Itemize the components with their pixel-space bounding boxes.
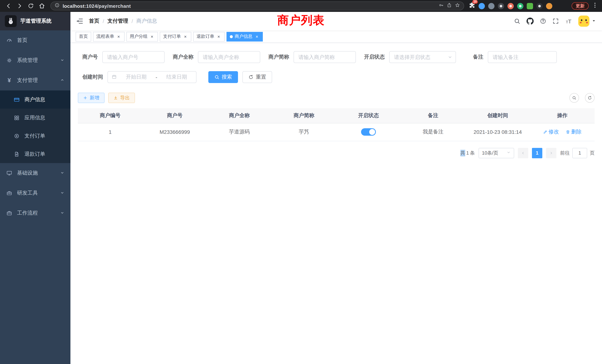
sidebar: 芋道管理系统 首页 系统管理 支付管理 [0, 12, 70, 364]
table-header-row: 商户编号 商户号 商户全称 商户简称 开启状态 备注 创建时间 操作 [78, 108, 595, 123]
tab-process-form[interactable]: 流程表单 [93, 32, 125, 41]
page-content: 商户号 商户全称 商户简称 开启状态 [70, 43, 602, 364]
breadcrumb-payment[interactable]: 支付管理 [108, 18, 128, 24]
sidebar-item-home[interactable]: 首页 [0, 30, 70, 50]
share-icon[interactable] [447, 3, 452, 9]
close-icon[interactable] [149, 34, 155, 39]
toggle-search-button[interactable] [569, 93, 579, 103]
bookmark-star-icon[interactable] [455, 3, 460, 9]
tab-pay-order[interactable]: 支付订单 [160, 32, 191, 41]
filter-label: 创建时间 [82, 74, 103, 80]
close-icon[interactable] [116, 34, 121, 39]
col-full-name: 商户全称 [207, 108, 272, 123]
chevron-up-icon [60, 77, 64, 83]
refresh-table-button[interactable] [585, 93, 595, 103]
tab-label: 支付订单 [163, 33, 181, 40]
page-size-select[interactable]: 10条/页 [479, 148, 514, 158]
card-icon [13, 96, 20, 103]
extension-icon[interactable] [546, 3, 552, 9]
extension-icon[interactable] [479, 3, 485, 9]
sidebar-item-merchant-info[interactable]: 商户信息 [0, 90, 70, 109]
export-button[interactable]: 导出 [108, 93, 135, 103]
chevron-down-icon [60, 170, 64, 176]
site-info-icon[interactable] [54, 3, 60, 9]
edit-link[interactable]: 修改 [543, 129, 559, 135]
screen: localhost:1024/pay/merchant 10 更新 [0, 0, 602, 364]
search-icon[interactable] [514, 18, 520, 24]
remark-input[interactable] [488, 51, 557, 63]
extension-icon[interactable] [536, 3, 543, 9]
sidebar-menu: 首页 系统管理 支付管理 商户信息 [0, 30, 70, 364]
browser-forward-button[interactable] [15, 1, 24, 11]
url-text[interactable]: localhost:1024/pay/merchant [63, 3, 436, 9]
browser-home-button[interactable] [37, 1, 47, 11]
extension-icon[interactable] [527, 3, 533, 9]
logo-image [5, 15, 17, 27]
status-select[interactable] [389, 51, 456, 63]
sidebar-item-infrastructure[interactable]: 基础设施 [0, 163, 70, 183]
goto-page-input[interactable] [572, 148, 587, 158]
tab-user-group[interactable]: 用户分组 [126, 32, 158, 41]
app-frame: 芋道管理系统 首页 系统管理 支付管理 [0, 12, 602, 364]
close-icon[interactable] [254, 34, 259, 39]
total-count: 1 [466, 150, 469, 156]
font-size-icon[interactable] [565, 17, 572, 25]
page-number-label: 1 [536, 150, 538, 156]
sidebar-logo[interactable]: 芋道管理系统 [0, 12, 70, 30]
user-avatar-menu[interactable] [578, 16, 596, 27]
breadcrumb-home[interactable]: 首页 [89, 18, 99, 24]
col-create-time: 创建时间 [465, 108, 530, 123]
sidebar-toggle-icon[interactable] [70, 12, 89, 30]
merchant-no-input[interactable] [102, 51, 165, 63]
reset-button[interactable]: 重置 [242, 71, 272, 83]
col-actions: 操作 [530, 108, 595, 123]
close-icon[interactable] [183, 34, 188, 39]
tab-refund-order[interactable]: 退款订单 [193, 32, 225, 41]
delete-link[interactable]: 删除 [566, 129, 582, 135]
date-start-placeholder[interactable]: 开始日期 [120, 74, 152, 80]
col-merchant-no: 商户号 [142, 108, 207, 123]
url-path: :1024/pay/merchant [85, 3, 131, 9]
add-button[interactable]: 新增 [78, 93, 105, 103]
page-number-1[interactable]: 1 [532, 148, 542, 158]
sidebar-item-system[interactable]: 系统管理 [0, 50, 70, 70]
table-toolbar: 新增 导出 [78, 93, 595, 103]
sidebar-item-workflow[interactable]: 工作流程 [0, 203, 70, 223]
github-icon[interactable] [526, 17, 534, 25]
date-end-placeholder[interactable]: 结束日期 [161, 74, 192, 80]
sidebar-item-pay-order[interactable]: 支付订单 [0, 127, 70, 145]
extension-icon[interactable] [517, 3, 523, 9]
browser-menu-icon[interactable] [592, 2, 598, 10]
cell-remark: 我是备注 [401, 123, 466, 141]
full-name-input[interactable] [198, 51, 260, 63]
extension-icon[interactable] [498, 3, 504, 9]
next-page-button[interactable] [546, 148, 556, 158]
extensions-puzzle-icon[interactable]: 10 [469, 2, 475, 10]
chrome-update-button[interactable]: 更新 [572, 2, 589, 10]
address-bar[interactable]: localhost:1024/pay/merchant [50, 1, 464, 10]
annotation-merchant-list: 商户列表 [277, 13, 325, 28]
tab-merchant-info[interactable]: 商户信息 [226, 32, 263, 41]
filter-label: 开启状态 [364, 54, 385, 60]
browser-reload-button[interactable] [26, 1, 36, 11]
browser-back-button[interactable] [4, 1, 13, 11]
extension-icon[interactable] [488, 3, 494, 9]
extension-icon[interactable] [507, 3, 514, 9]
tab-home[interactable]: 首页 [76, 32, 91, 41]
status-toggle[interactable] [361, 128, 376, 136]
password-key-icon[interactable] [439, 3, 444, 9]
status-select-input[interactable] [389, 51, 456, 63]
sidebar-item-payment[interactable]: 支付管理 [0, 70, 70, 90]
date-range-picker[interactable]: 开始日期 - 结束日期 [108, 71, 196, 83]
sidebar-item-app-info[interactable]: 应用信息 [0, 109, 70, 127]
help-icon[interactable] [540, 18, 546, 24]
sidebar-item-refund-order[interactable]: 退款订单 [0, 145, 70, 163]
prev-page-button[interactable] [518, 148, 528, 158]
filter-row-2: 创建时间 开始日期 - 结束日期 搜索 重置 [82, 71, 595, 83]
sidebar-item-label: 退款订单 [24, 151, 45, 157]
short-name-input[interactable] [294, 51, 356, 63]
sidebar-item-dev-tools[interactable]: 研发工具 [0, 183, 70, 203]
fullscreen-icon[interactable] [552, 18, 559, 24]
search-button[interactable]: 搜索 [208, 71, 238, 83]
close-icon[interactable] [216, 34, 221, 39]
